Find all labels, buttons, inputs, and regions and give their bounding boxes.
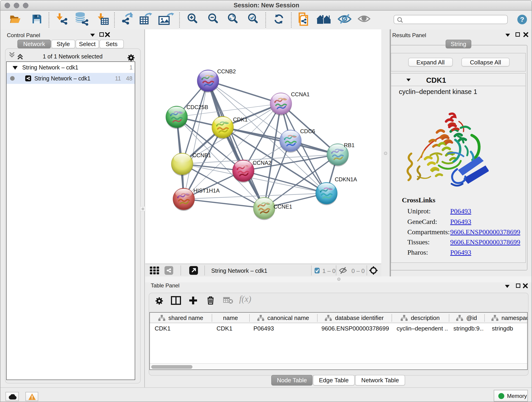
svg-text:CDC6: CDC6 — [300, 128, 315, 134]
svg-text:HIST1H1A: HIST1H1A — [193, 187, 220, 194]
svg-text:CDKN1A: CDKN1A — [335, 176, 357, 182]
svg-text:CCNA1: CCNA1 — [291, 91, 310, 97]
svg-text:CCNE1: CCNE1 — [273, 204, 292, 210]
svg-text:CCNB1: CCNB1 — [192, 152, 211, 158]
svg-text:CCNB2: CCNB2 — [217, 68, 236, 75]
svg-text:RB1: RB1 — [344, 142, 355, 148]
svg-text:CCNA2: CCNA2 — [253, 160, 271, 166]
svg-text:CDK1: CDK1 — [233, 116, 248, 123]
svg-text:CDC25B: CDC25B — [186, 104, 208, 110]
